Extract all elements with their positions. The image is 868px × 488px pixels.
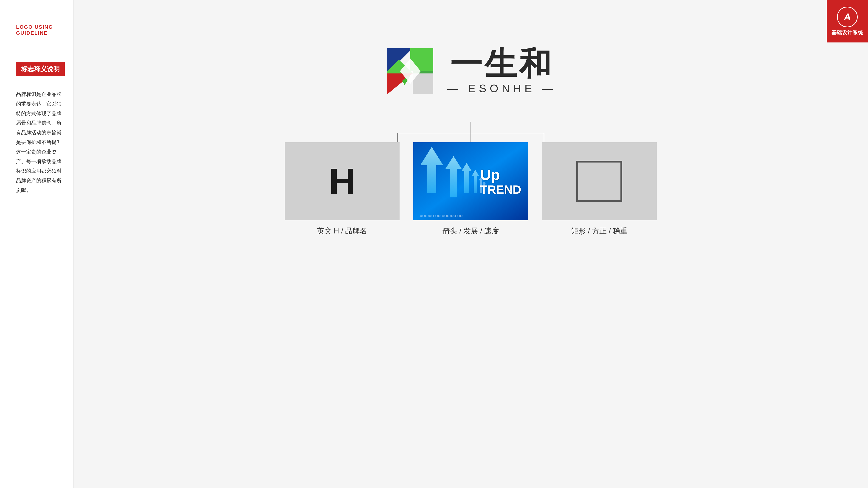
card-rect-label: 矩形 / 方正 / 稳重	[571, 226, 627, 236]
card-h-label: 英文 H / 品牌名	[317, 226, 367, 236]
card-trend: xxxx xxxx xxxx xxxx xxxx xxxx Up TREND	[413, 142, 528, 220]
brand-name-area: 一生和 — ESONHE —	[447, 48, 556, 95]
card-column-trend: xxxx xxxx xxxx xxxx xxxx xxxx Up TREND 箭…	[413, 142, 528, 236]
tree-vertical-top	[470, 122, 471, 133]
h-letter: H	[329, 160, 355, 202]
trend-text: Up TREND	[480, 167, 521, 196]
tree-diagram: H 英文 H / 品牌名	[73, 122, 868, 236]
esonhe-logo-icon	[385, 46, 436, 96]
svg-text:xxxx xxxx xxxx xxxx xxxx xxxx: xxxx xxxx xxxx xxxx xxxx xxxx	[420, 214, 463, 218]
sidebar-description: 品牌标识是企业品牌的重要表达，它以独特的方式体现了品牌愿景和品牌信念。所有品牌活…	[16, 90, 62, 195]
tree-vertical-left	[397, 133, 398, 142]
inner-rectangle	[577, 161, 622, 202]
cards-container: H 英文 H / 品牌名	[285, 142, 657, 236]
card-column-h: H 英文 H / 品牌名	[285, 142, 400, 236]
brand-area: 一生和 — ESONHE —	[73, 46, 868, 96]
brand-chinese-name: 一生和	[450, 48, 553, 80]
sidebar: LOGO USING GUIDELINE 标志释义说明 品牌标识是企业品牌的重要…	[0, 0, 73, 488]
card-trend-label: 箭头 / 发展 / 速度	[442, 226, 499, 236]
main-content: 一生和 — ESONHE — H 英文 H / 品牌名	[73, 0, 868, 488]
card-rect	[542, 142, 657, 220]
trend-trend: TREND	[480, 183, 521, 196]
sidebar-accent-line	[16, 21, 39, 21]
tree-lines	[379, 122, 563, 142]
card-column-rect: 矩形 / 方正 / 稳重	[542, 142, 657, 236]
sidebar-title: LOGO USING GUIDELINE	[16, 24, 73, 36]
sidebar-badge: 标志释义说明	[16, 62, 65, 76]
brand-english-name: — ESONHE —	[447, 82, 556, 95]
tree-vertical-right	[544, 133, 544, 142]
card-h: H	[285, 142, 400, 220]
tree-vertical-mid	[470, 133, 471, 142]
trend-up: Up	[480, 167, 521, 183]
